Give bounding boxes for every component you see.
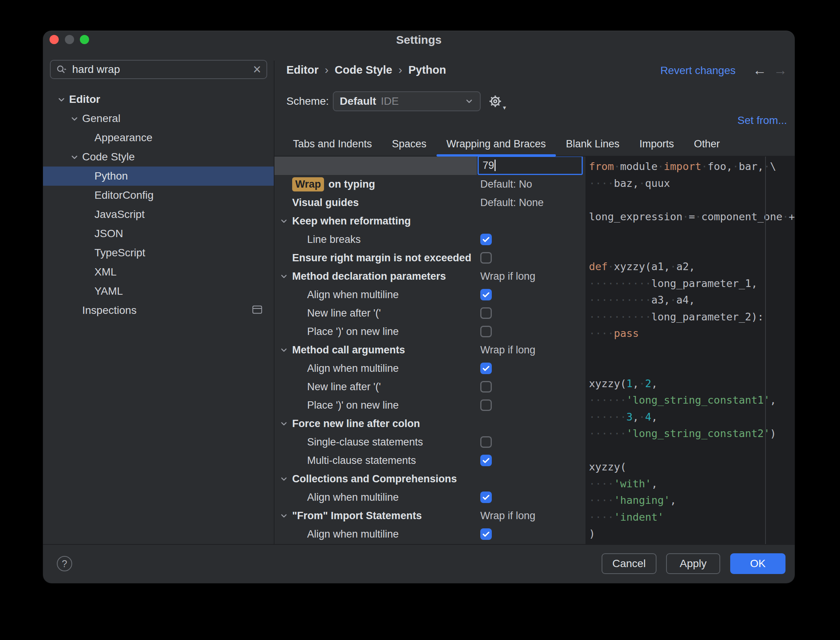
checkbox-checked[interactable] [480, 234, 492, 245]
chevron-down-icon [465, 97, 474, 106]
setting-value[interactable]: Wrap if long [480, 510, 536, 522]
screen: Settings hard wrap × EditorGeneralAppear… [0, 0, 840, 640]
code-line: from·module·import·foo,·bar,·\ [589, 158, 795, 175]
tab-other[interactable]: Other [684, 132, 730, 156]
code-line: ····pass [589, 325, 795, 342]
chevron-down-icon[interactable] [70, 114, 79, 123]
chevron-down-icon[interactable] [57, 95, 66, 104]
settings-search-field[interactable]: hard wrap × [50, 60, 267, 79]
setting-value[interactable]: Wrap if long [480, 344, 536, 356]
settings-row-hard-wrap-at: Hard wrap at:79 [274, 157, 585, 175]
hard-wrap-input[interactable]: 79 [478, 157, 583, 175]
sidebar-item-yaml[interactable]: YAML [43, 282, 274, 301]
chevron-down-icon[interactable] [279, 511, 288, 520]
chevron-down-icon[interactable] [279, 419, 288, 428]
setting-value-cell [480, 433, 492, 451]
code-line: ······'long_string_constant1', [589, 392, 795, 409]
checkbox-unchecked[interactable] [480, 399, 492, 411]
chevron-down-icon[interactable] [70, 152, 79, 162]
code-line: ····'with', [589, 475, 795, 492]
text-caret [494, 160, 496, 171]
sidebar-item-general[interactable]: General [43, 109, 274, 128]
code-line: ······3,·4, [589, 409, 795, 426]
tab-blank-lines[interactable]: Blank Lines [556, 132, 630, 156]
back-arrow-icon[interactable]: ← [752, 62, 767, 78]
cancel-button[interactable]: Cancel [602, 553, 656, 574]
checkbox-unchecked[interactable] [480, 436, 492, 448]
code-line [589, 242, 795, 259]
checkbox-unchecked[interactable] [480, 307, 492, 319]
setting-value[interactable]: Default: None [480, 197, 544, 209]
chevron-down-icon[interactable] [279, 346, 288, 355]
setting-value-cell [480, 359, 492, 378]
sidebar-item-label: Inspections [82, 304, 137, 317]
apply-button[interactable]: Apply [666, 553, 720, 574]
checkbox-checked[interactable] [480, 492, 492, 503]
scheme-gear-button[interactable]: ▾ [488, 94, 504, 111]
clear-search-icon[interactable]: × [253, 63, 261, 76]
code-line [589, 191, 795, 208]
tab-wrapping-and-braces[interactable]: Wrapping and Braces [437, 132, 556, 156]
checkbox-unchecked[interactable] [480, 252, 492, 264]
code-line: xyzzy(1,·2, [589, 375, 795, 392]
checkbox-checked[interactable] [480, 455, 492, 466]
breadcrumb-item-code-style[interactable]: Code Style [335, 64, 392, 76]
setting-value[interactable]: Wrap if long [480, 271, 536, 282]
tab-spaces[interactable]: Spaces [382, 132, 437, 156]
settings-row-ensure-right-margin-is-not-exceeded: Ensure right margin is not exceeded [274, 249, 585, 267]
checkbox-checked[interactable] [480, 289, 492, 300]
sidebar-item-editor[interactable]: Editor [43, 90, 274, 109]
setting-value-cell [480, 230, 492, 249]
setting-label: Multi-clause statements [307, 455, 416, 467]
sidebar-item-python[interactable]: Python [43, 167, 274, 186]
sidebar-item-json[interactable]: JSON [43, 224, 274, 243]
revert-changes-link[interactable]: Revert changes [660, 64, 736, 77]
scheme-label: Scheme: [286, 95, 329, 107]
tab-tabs-and-indents[interactable]: Tabs and Indents [283, 132, 382, 156]
checkbox-checked[interactable] [480, 528, 492, 540]
tab-imports[interactable]: Imports [629, 132, 684, 156]
checkbox-unchecked[interactable] [480, 326, 492, 337]
settings-row-force-new-line-after-colon: Force new line after colon [274, 414, 585, 433]
sidebar-item-typescript[interactable]: TypeScript [43, 243, 274, 262]
sidebar-item-code-style[interactable]: Code Style [43, 147, 274, 167]
settings-row-method-call-arguments: Method call argumentsWrap if long [274, 341, 585, 359]
setting-label: Keep when reformatting [292, 215, 411, 227]
code-line [589, 225, 795, 242]
sidebar-item-label: YAML [94, 285, 123, 297]
code-line: def·xyzzy(a1,·a2, [589, 258, 795, 275]
sidebar-item-editorconfig[interactable]: EditorConfig [43, 186, 274, 205]
checkbox-checked[interactable] [480, 363, 492, 374]
settings-row-place-on-new-line: Place ')' on new line [274, 396, 585, 414]
sidebar-item-label: XML [94, 266, 117, 278]
inspections-widget-icon[interactable] [252, 304, 262, 317]
search-input-value[interactable]: hard wrap [72, 63, 253, 76]
sidebar-item-inspections[interactable]: Inspections [43, 301, 274, 320]
sidebar-item-label: General [82, 112, 121, 125]
sidebar-item-javascript[interactable]: JavaScript [43, 205, 274, 224]
scheme-select[interactable]: Default IDE [333, 91, 481, 111]
checkbox-unchecked[interactable] [480, 381, 492, 393]
setting-value[interactable]: Default: No [480, 178, 532, 190]
breadcrumb-item-python[interactable]: Python [408, 64, 446, 76]
code-line [589, 342, 795, 359]
right-margin-guide [765, 157, 766, 544]
setting-value-cell [480, 322, 492, 341]
chevron-down-icon[interactable] [279, 217, 288, 226]
setting-label: "From" Import Statements [292, 510, 422, 522]
sidebar-item-appearance[interactable]: Appearance [43, 128, 274, 147]
help-button[interactable]: ? [57, 556, 72, 571]
setting-label: New line after '(' [307, 381, 381, 393]
ok-button[interactable]: OK [730, 553, 785, 574]
breadcrumb-separator: › [319, 63, 335, 76]
sidebar-item-xml[interactable]: XML [43, 262, 274, 282]
code-line: ····'indent' [589, 509, 795, 526]
search-match-highlight: Hard [292, 159, 322, 173]
breadcrumb-item-editor[interactable]: Editor [286, 64, 319, 76]
setting-label: Method call arguments [292, 344, 405, 356]
chevron-down-icon[interactable] [279, 272, 288, 281]
settings-row-place-on-new-line: Place ')' on new line [274, 322, 585, 341]
settings-row-collections-and-comprehensions: Collections and Comprehensions [274, 470, 585, 488]
chevron-down-icon[interactable] [279, 475, 288, 483]
setting-value-cell: Default: No [480, 175, 532, 193]
